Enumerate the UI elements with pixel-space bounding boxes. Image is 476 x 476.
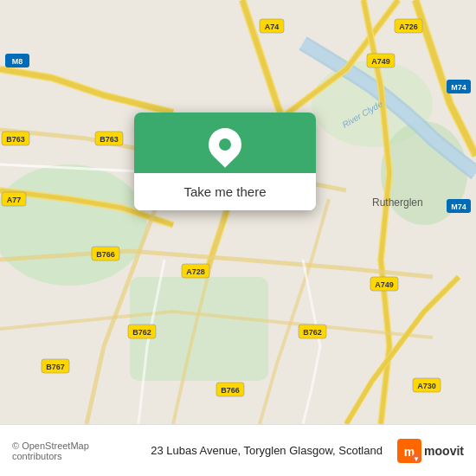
svg-text:B763: B763 xyxy=(6,135,25,144)
svg-text:B766: B766 xyxy=(221,386,240,395)
moovit-logo: m ▼ moovit xyxy=(397,439,464,463)
svg-text:A77: A77 xyxy=(7,196,22,204)
svg-text:Rutherglen: Rutherglen xyxy=(372,196,423,209)
location-pin-icon xyxy=(202,121,248,168)
svg-text:M8: M8 xyxy=(12,57,23,66)
svg-text:A726: A726 xyxy=(399,23,418,31)
svg-text:M74: M74 xyxy=(451,83,466,92)
svg-text:B762: B762 xyxy=(132,328,151,337)
svg-text:A749: A749 xyxy=(375,280,394,289)
map-container: M8 M74 M74 A74 A726 A749 A749 A77 B763 B… xyxy=(0,0,476,424)
svg-text:B762: B762 xyxy=(303,328,322,337)
svg-text:B766: B766 xyxy=(96,250,115,259)
svg-text:B767: B767 xyxy=(46,363,65,371)
map-background: M8 M74 M74 A74 A726 A749 A749 A77 B763 B… xyxy=(0,0,476,424)
svg-text:A730: A730 xyxy=(417,382,436,390)
address-text: 23 Lubas Avenue, Toryglen Glasgow, Scotl… xyxy=(143,444,390,457)
location-pin-dot xyxy=(219,138,231,151)
svg-text:M74: M74 xyxy=(451,203,466,211)
location-popup: Take me there xyxy=(134,113,316,210)
popup-header xyxy=(134,113,316,173)
svg-text:A728: A728 xyxy=(186,267,205,276)
bottom-bar: © OpenStreetMap contributors 23 Lubas Av… xyxy=(0,424,476,476)
svg-text:B763: B763 xyxy=(100,135,119,144)
moovit-label: moovit xyxy=(424,444,464,458)
svg-text:▼: ▼ xyxy=(413,455,420,463)
copyright-text: © OpenStreetMap contributors xyxy=(12,441,136,461)
svg-text:A749: A749 xyxy=(371,57,390,66)
moovit-icon: m ▼ xyxy=(397,439,421,463)
take-me-there-button[interactable]: Take me there xyxy=(134,173,316,210)
svg-text:A74: A74 xyxy=(265,23,280,31)
